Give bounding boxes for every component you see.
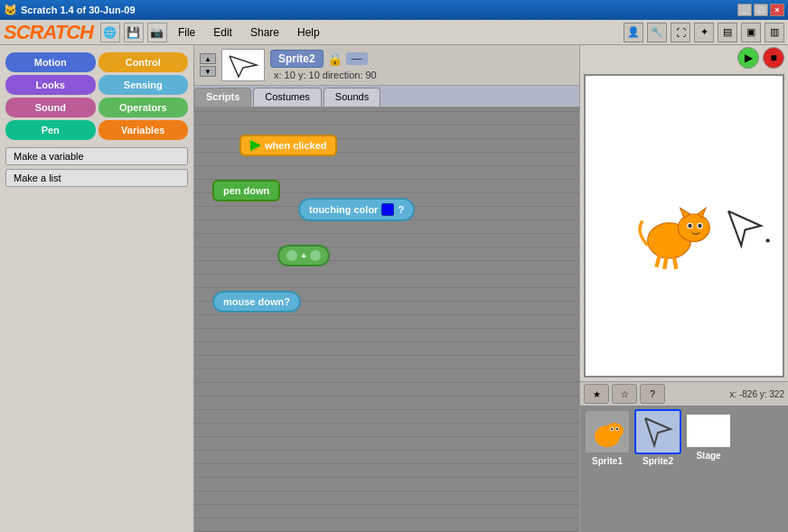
make-variable-button[interactable]: Make a variable bbox=[5, 147, 188, 165]
sprite2-container[interactable]: Sprite2 bbox=[634, 409, 681, 466]
svg-point-1 bbox=[678, 214, 709, 242]
sprite-visibility: — bbox=[346, 52, 368, 65]
maximize-button[interactable]: □ bbox=[754, 4, 768, 16]
menu-items: File Edit Share Help bbox=[174, 24, 624, 41]
sound-button[interactable]: Sound bbox=[5, 98, 96, 117]
sprite-name-area: Sprite2 🔒 — x: 10 y: 10 direction: 90 bbox=[270, 50, 377, 80]
close-button[interactable]: × bbox=[770, 4, 784, 16]
event-block-label: when clicked bbox=[265, 140, 326, 151]
tab-scripts[interactable]: Scripts bbox=[194, 88, 251, 107]
tab-sounds[interactable]: Sounds bbox=[324, 88, 380, 107]
stage-coords: x: -826 y: 322 bbox=[729, 389, 784, 399]
looks-button[interactable]: Looks bbox=[5, 75, 96, 95]
titlebar-controls[interactable]: _ □ × bbox=[737, 4, 784, 16]
middle-panel: ▲ ▼ Sprite2 🔒 — x: 10 y: 10 direction: 9… bbox=[194, 45, 580, 532]
svg-point-13 bbox=[605, 423, 624, 439]
layout-btn1[interactable]: ▤ bbox=[718, 23, 737, 42]
touching-color-block[interactable]: touching color ? bbox=[298, 198, 415, 221]
operators-button[interactable]: Operators bbox=[98, 98, 189, 117]
op-right bbox=[310, 250, 321, 261]
sprite-arrow-buttons: ▲ ▼ bbox=[200, 53, 216, 77]
green-flag-icon bbox=[250, 140, 261, 151]
touching-color-q: ? bbox=[398, 204, 404, 215]
stop-button[interactable]: ■ bbox=[763, 47, 784, 69]
sprite1-thumbnail[interactable] bbox=[584, 409, 631, 454]
layout-btn3[interactable]: ▥ bbox=[765, 23, 784, 42]
variable-buttons: Make a variable Make a list bbox=[0, 144, 193, 191]
share-button[interactable]: ✦ bbox=[694, 23, 714, 42]
svg-point-7 bbox=[698, 224, 701, 228]
svg-point-11 bbox=[765, 238, 769, 242]
svg-line-9 bbox=[664, 257, 666, 269]
title-text: Scratch 1.4 of 30-Jun-09 bbox=[21, 5, 136, 15]
left-panel: Motion Control Looks Sensing Sound Opera… bbox=[0, 45, 194, 532]
sprite1-label: Sprite1 bbox=[592, 456, 623, 466]
scripts-area[interactable]: when clicked pen down touching color ? +… bbox=[194, 107, 579, 532]
svg-point-5 bbox=[688, 224, 691, 228]
block-categories: Motion Control Looks Sensing Sound Opera… bbox=[0, 45, 193, 144]
right-panel: ▶ ■ bbox=[580, 45, 788, 532]
menu-icon-group: 🌐 💾 📷 bbox=[100, 23, 167, 42]
op-plus: + bbox=[301, 250, 306, 261]
sprite-arrow-up[interactable]: ▲ bbox=[200, 53, 216, 64]
pen-down-label: pen down bbox=[223, 185, 269, 196]
sprites-list: Sprite1 Sprite2 Stage bbox=[580, 406, 788, 532]
layout-btn2[interactable]: ▣ bbox=[741, 23, 761, 42]
event-block-when-clicked[interactable]: when clicked bbox=[239, 135, 337, 156]
sprite2-thumbnail[interactable] bbox=[634, 409, 681, 454]
stage-icon-question[interactable]: ? bbox=[640, 384, 665, 404]
make-list-button[interactable]: Make a list bbox=[5, 169, 188, 187]
pen-down-block[interactable]: pen down bbox=[212, 180, 280, 201]
motion-button[interactable]: Motion bbox=[5, 52, 96, 72]
svg-point-17 bbox=[616, 428, 618, 430]
sprite2-label: Sprite2 bbox=[643, 456, 673, 466]
stage-thumb-container[interactable]: Stage bbox=[685, 413, 732, 461]
settings-button[interactable]: 🔧 bbox=[647, 23, 667, 42]
sensing-button[interactable]: Sensing bbox=[98, 75, 189, 95]
touching-color-label: touching color bbox=[309, 204, 378, 215]
op-left bbox=[286, 250, 297, 261]
stage-canvas[interactable] bbox=[586, 76, 783, 376]
fullscreen-button[interactable]: ⛶ bbox=[671, 23, 690, 42]
minimize-button[interactable]: _ bbox=[737, 4, 752, 16]
menubar: SCRATCH 🌐 💾 📷 File Edit Share Help 👤 🔧 ⛶… bbox=[0, 20, 788, 45]
svg-line-10 bbox=[674, 257, 676, 269]
operator-block[interactable]: + bbox=[277, 245, 330, 266]
stage-controls: ▶ ■ bbox=[580, 45, 788, 70]
svg-point-15 bbox=[611, 428, 613, 430]
color-swatch[interactable] bbox=[381, 203, 394, 216]
tab-costumes[interactable]: Costumes bbox=[253, 88, 322, 107]
globe-button[interactable]: 🌐 bbox=[100, 23, 120, 42]
camera-button[interactable]: 📷 bbox=[147, 23, 167, 42]
stage-thumb-box[interactable] bbox=[685, 413, 732, 449]
sprite-coords: x: 10 y: 10 direction: 90 bbox=[274, 70, 377, 80]
app-icon: 🐱 bbox=[4, 4, 17, 16]
sprite-lock-icon: 🔒 bbox=[327, 51, 342, 66]
menu-edit[interactable]: Edit bbox=[210, 24, 236, 41]
sprite-thumbnail bbox=[221, 49, 265, 81]
green-flag-button[interactable]: ▶ bbox=[737, 47, 759, 69]
sprite-name[interactable]: Sprite2 bbox=[270, 50, 324, 68]
main-area: Motion Control Looks Sensing Sound Opera… bbox=[0, 45, 788, 532]
control-button[interactable]: Control bbox=[98, 52, 189, 72]
menu-share[interactable]: Share bbox=[247, 24, 283, 41]
user-button[interactable]: 👤 bbox=[624, 23, 643, 42]
menu-file[interactable]: File bbox=[174, 24, 199, 41]
titlebar: 🐱 Scratch 1.4 of 30-Jun-09 _ □ × bbox=[0, 0, 788, 20]
pen-button[interactable]: Pen bbox=[5, 120, 96, 140]
stage-label: Stage bbox=[696, 451, 720, 461]
stage-icon-star-outline[interactable]: ☆ bbox=[612, 384, 637, 404]
sprite1-container[interactable]: Sprite1 bbox=[584, 409, 631, 466]
variables-button[interactable]: Variables bbox=[98, 120, 189, 140]
sprite-header: ▲ ▼ Sprite2 🔒 — x: 10 y: 10 direction: 9… bbox=[194, 45, 579, 86]
menu-help[interactable]: Help bbox=[294, 24, 324, 41]
stage-area bbox=[584, 74, 784, 378]
menu-right-buttons: 👤 🔧 ⛶ ✦ ▤ ▣ ▥ bbox=[624, 23, 784, 42]
mouse-down-block[interactable]: mouse down? bbox=[212, 291, 301, 313]
sprite-arrow-down[interactable]: ▼ bbox=[200, 66, 216, 77]
stage-bottom: ★ ☆ ? x: -826 y: 322 bbox=[580, 381, 788, 406]
sprites-row: Sprite1 Sprite2 Stage bbox=[584, 409, 784, 466]
save-button[interactable]: 💾 bbox=[124, 23, 144, 42]
scratch-logo: SCRATCH bbox=[4, 21, 93, 44]
stage-icon-star-filled[interactable]: ★ bbox=[584, 384, 609, 404]
